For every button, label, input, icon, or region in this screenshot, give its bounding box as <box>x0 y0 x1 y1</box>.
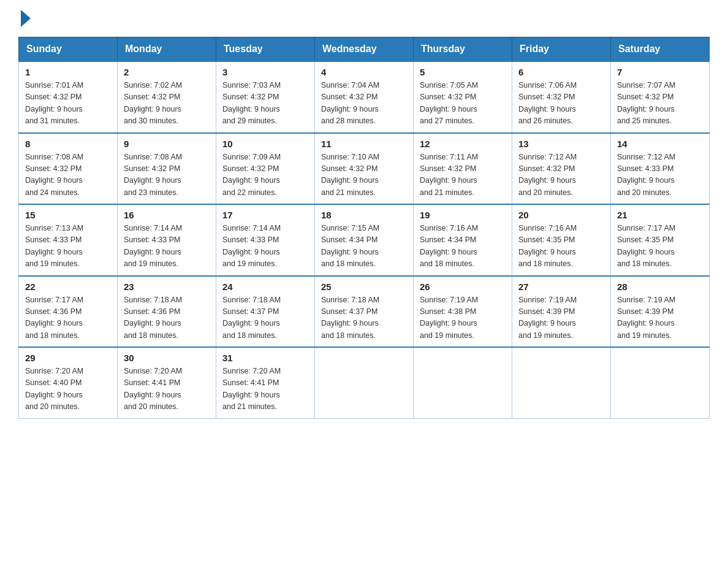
day-number: 10 <box>222 139 308 149</box>
calendar-week-row: 22 Sunrise: 7:17 AM Sunset: 4:36 PM Dayl… <box>19 276 710 348</box>
day-info: Sunrise: 7:05 AM Sunset: 4:32 PM Dayligh… <box>420 80 506 128</box>
day-number: 30 <box>124 353 210 363</box>
calendar-cell: 15 Sunrise: 7:13 AM Sunset: 4:33 PM Dayl… <box>19 204 118 276</box>
logo <box>18 12 31 25</box>
day-info: Sunrise: 7:19 AM Sunset: 4:39 PM Dayligh… <box>518 294 604 342</box>
calendar-cell: 16 Sunrise: 7:14 AM Sunset: 4:33 PM Dayl… <box>118 204 216 276</box>
calendar-cell: 21 Sunrise: 7:17 AM Sunset: 4:35 PM Dayl… <box>611 204 710 276</box>
day-number: 31 <box>222 353 308 363</box>
day-number: 13 <box>518 139 604 149</box>
day-number: 8 <box>25 139 111 149</box>
calendar-header-thursday: Thursday <box>414 37 512 62</box>
day-info: Sunrise: 7:11 AM Sunset: 4:32 PM Dayligh… <box>420 151 506 199</box>
calendar-cell <box>414 347 512 418</box>
day-info: Sunrise: 7:18 AM Sunset: 4:36 PM Dayligh… <box>124 294 210 342</box>
calendar-cell: 22 Sunrise: 7:17 AM Sunset: 4:36 PM Dayl… <box>19 276 118 348</box>
calendar-header-tuesday: Tuesday <box>216 37 315 62</box>
calendar-header-saturday: Saturday <box>611 37 710 62</box>
day-number: 3 <box>222 67 308 77</box>
calendar-cell: 20 Sunrise: 7:16 AM Sunset: 4:35 PM Dayl… <box>512 204 611 276</box>
logo-arrow-icon <box>21 10 31 27</box>
day-number: 21 <box>617 210 703 220</box>
day-info: Sunrise: 7:04 AM Sunset: 4:32 PM Dayligh… <box>321 80 407 128</box>
day-number: 11 <box>321 139 407 149</box>
calendar-cell: 24 Sunrise: 7:18 AM Sunset: 4:37 PM Dayl… <box>216 276 315 348</box>
day-number: 27 <box>518 282 604 292</box>
page-header <box>18 12 710 25</box>
day-info: Sunrise: 7:10 AM Sunset: 4:32 PM Dayligh… <box>321 151 407 199</box>
calendar-week-row: 15 Sunrise: 7:13 AM Sunset: 4:33 PM Dayl… <box>19 204 710 276</box>
calendar-cell: 28 Sunrise: 7:19 AM Sunset: 4:39 PM Dayl… <box>611 276 710 348</box>
day-info: Sunrise: 7:09 AM Sunset: 4:32 PM Dayligh… <box>222 151 308 199</box>
day-number: 6 <box>518 67 604 77</box>
day-info: Sunrise: 7:08 AM Sunset: 4:32 PM Dayligh… <box>25 151 111 199</box>
day-info: Sunrise: 7:19 AM Sunset: 4:39 PM Dayligh… <box>617 294 703 342</box>
calendar-cell <box>512 347 611 418</box>
day-number: 26 <box>420 282 506 292</box>
calendar-cell: 23 Sunrise: 7:18 AM Sunset: 4:36 PM Dayl… <box>118 276 216 348</box>
day-info: Sunrise: 7:15 AM Sunset: 4:34 PM Dayligh… <box>321 223 407 270</box>
calendar-header-row: SundayMondayTuesdayWednesdayThursdayFrid… <box>19 37 710 62</box>
day-info: Sunrise: 7:18 AM Sunset: 4:37 PM Dayligh… <box>321 294 407 342</box>
day-number: 24 <box>222 282 308 292</box>
calendar-week-row: 29 Sunrise: 7:20 AM Sunset: 4:40 PM Dayl… <box>19 347 710 418</box>
day-info: Sunrise: 7:14 AM Sunset: 4:33 PM Dayligh… <box>222 223 308 270</box>
calendar-header-wednesday: Wednesday <box>315 37 414 62</box>
day-info: Sunrise: 7:17 AM Sunset: 4:36 PM Dayligh… <box>25 294 111 342</box>
calendar-header-friday: Friday <box>512 37 611 62</box>
calendar-cell: 4 Sunrise: 7:04 AM Sunset: 4:32 PM Dayli… <box>315 61 414 133</box>
calendar-cell: 26 Sunrise: 7:19 AM Sunset: 4:38 PM Dayl… <box>414 276 512 348</box>
calendar-cell: 31 Sunrise: 7:20 AM Sunset: 4:41 PM Dayl… <box>216 347 315 418</box>
day-info: Sunrise: 7:08 AM Sunset: 4:32 PM Dayligh… <box>124 151 210 199</box>
day-info: Sunrise: 7:07 AM Sunset: 4:32 PM Dayligh… <box>617 80 703 128</box>
day-number: 19 <box>420 210 506 220</box>
day-number: 15 <box>25 210 111 220</box>
day-info: Sunrise: 7:20 AM Sunset: 4:41 PM Dayligh… <box>124 366 210 413</box>
calendar-cell: 3 Sunrise: 7:03 AM Sunset: 4:32 PM Dayli… <box>216 61 315 133</box>
day-number: 17 <box>222 210 308 220</box>
calendar-cell: 30 Sunrise: 7:20 AM Sunset: 4:41 PM Dayl… <box>118 347 216 418</box>
calendar-cell: 13 Sunrise: 7:12 AM Sunset: 4:32 PM Dayl… <box>512 133 611 205</box>
day-info: Sunrise: 7:19 AM Sunset: 4:38 PM Dayligh… <box>420 294 506 342</box>
calendar-week-row: 1 Sunrise: 7:01 AM Sunset: 4:32 PM Dayli… <box>19 61 710 133</box>
day-info: Sunrise: 7:14 AM Sunset: 4:33 PM Dayligh… <box>124 223 210 270</box>
calendar-cell: 12 Sunrise: 7:11 AM Sunset: 4:32 PM Dayl… <box>414 133 512 205</box>
day-info: Sunrise: 7:12 AM Sunset: 4:32 PM Dayligh… <box>518 151 604 199</box>
day-info: Sunrise: 7:02 AM Sunset: 4:32 PM Dayligh… <box>124 80 210 128</box>
day-info: Sunrise: 7:20 AM Sunset: 4:41 PM Dayligh… <box>222 366 308 413</box>
calendar-cell: 17 Sunrise: 7:14 AM Sunset: 4:33 PM Dayl… <box>216 204 315 276</box>
calendar-cell: 7 Sunrise: 7:07 AM Sunset: 4:32 PM Dayli… <box>611 61 710 133</box>
calendar-cell: 6 Sunrise: 7:06 AM Sunset: 4:32 PM Dayli… <box>512 61 611 133</box>
day-number: 25 <box>321 282 407 292</box>
day-number: 1 <box>25 67 111 77</box>
calendar-cell <box>315 347 414 418</box>
day-number: 23 <box>124 282 210 292</box>
day-info: Sunrise: 7:16 AM Sunset: 4:34 PM Dayligh… <box>420 223 506 270</box>
calendar-header-sunday: Sunday <box>19 37 118 62</box>
calendar-table: SundayMondayTuesdayWednesdayThursdayFrid… <box>18 37 710 419</box>
day-number: 9 <box>124 139 210 149</box>
day-number: 28 <box>617 282 703 292</box>
calendar-week-row: 8 Sunrise: 7:08 AM Sunset: 4:32 PM Dayli… <box>19 133 710 205</box>
day-info: Sunrise: 7:13 AM Sunset: 4:33 PM Dayligh… <box>25 223 111 270</box>
day-info: Sunrise: 7:12 AM Sunset: 4:33 PM Dayligh… <box>617 151 703 199</box>
calendar-cell: 8 Sunrise: 7:08 AM Sunset: 4:32 PM Dayli… <box>19 133 118 205</box>
calendar-cell: 25 Sunrise: 7:18 AM Sunset: 4:37 PM Dayl… <box>315 276 414 348</box>
calendar-cell: 29 Sunrise: 7:20 AM Sunset: 4:40 PM Dayl… <box>19 347 118 418</box>
calendar-cell: 14 Sunrise: 7:12 AM Sunset: 4:33 PM Dayl… <box>611 133 710 205</box>
day-number: 4 <box>321 67 407 77</box>
calendar-cell: 11 Sunrise: 7:10 AM Sunset: 4:32 PM Dayl… <box>315 133 414 205</box>
calendar-cell: 1 Sunrise: 7:01 AM Sunset: 4:32 PM Dayli… <box>19 61 118 133</box>
day-info: Sunrise: 7:16 AM Sunset: 4:35 PM Dayligh… <box>518 223 604 270</box>
calendar-cell: 27 Sunrise: 7:19 AM Sunset: 4:39 PM Dayl… <box>512 276 611 348</box>
day-info: Sunrise: 7:20 AM Sunset: 4:40 PM Dayligh… <box>25 366 111 413</box>
day-number: 14 <box>617 139 703 149</box>
day-number: 18 <box>321 210 407 220</box>
calendar-cell: 18 Sunrise: 7:15 AM Sunset: 4:34 PM Dayl… <box>315 204 414 276</box>
calendar-cell: 5 Sunrise: 7:05 AM Sunset: 4:32 PM Dayli… <box>414 61 512 133</box>
calendar-cell: 2 Sunrise: 7:02 AM Sunset: 4:32 PM Dayli… <box>118 61 216 133</box>
day-info: Sunrise: 7:17 AM Sunset: 4:35 PM Dayligh… <box>617 223 703 270</box>
day-number: 12 <box>420 139 506 149</box>
day-info: Sunrise: 7:06 AM Sunset: 4:32 PM Dayligh… <box>518 80 604 128</box>
calendar-header-monday: Monday <box>118 37 216 62</box>
